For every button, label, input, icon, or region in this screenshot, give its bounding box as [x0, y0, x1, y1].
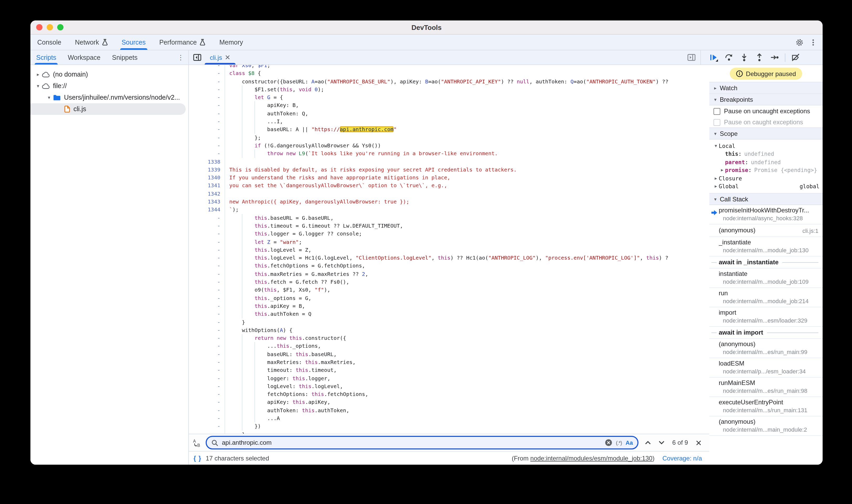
gutter-dash[interactable]: -: [189, 366, 225, 375]
gutter-dash[interactable]: -: [189, 262, 225, 270]
code-line[interactable]: -if (!G.dangerouslyAllowBrowser && Ys0()…: [189, 142, 709, 150]
gutter-dash[interactable]: -: [189, 126, 225, 134]
breakpoints-section-header[interactable]: ▾ Breakpoints: [709, 94, 823, 105]
code-line[interactable]: -maxRetries: this.maxRetries,: [189, 358, 709, 366]
call-stack-frame[interactable]: importnode:internal/m...esm/loader:329: [709, 307, 823, 327]
code-line[interactable]: 1341you can set the \`dangerouslyAllowBr…: [189, 182, 709, 190]
code-line[interactable]: -this.logLevel = Z,: [189, 246, 709, 254]
code-line[interactable]: -};: [189, 133, 709, 142]
scope-row-closure[interactable]: ▸Closure: [709, 174, 823, 182]
code-line[interactable]: 1340If you understand the risks and have…: [189, 174, 709, 182]
tree-right-arrow-icon[interactable]: ▸: [35, 72, 41, 77]
call-stack-frame[interactable]: runnode:internal/m...module_job:214: [709, 288, 823, 307]
gutter-line-number[interactable]: 1341: [189, 182, 225, 190]
code-line[interactable]: -withOptions(A) {: [189, 326, 709, 334]
scope-row-global[interactable]: ▸Globalglobal: [709, 182, 823, 191]
next-match-icon[interactable]: [659, 440, 665, 445]
gutter-dash[interactable]: -: [189, 294, 225, 302]
gutter-dash[interactable]: -: [189, 65, 225, 70]
call-stack-frame[interactable]: executeUserEntryPointnode:internal/m...s…: [709, 397, 823, 416]
tree-down-arrow-icon[interactable]: ▾: [46, 95, 52, 100]
scope-right-arrow-icon[interactable]: ▸: [713, 176, 719, 181]
call-stack-frame[interactable]: promiseInitHookWithDestroyTr...node:inte…: [709, 205, 823, 224]
tree-item-file-[interactable]: ▾file://: [31, 80, 186, 92]
gutter-dash[interactable]: -: [189, 133, 225, 142]
scope-row-parent[interactable]: parent:undefined: [709, 158, 823, 166]
gutter-dash[interactable]: -: [189, 246, 225, 254]
more-options-kebab-icon[interactable]: [809, 38, 817, 47]
coverage-link[interactable]: Coverage: n/a: [662, 454, 702, 462]
gutter-dash[interactable]: -: [189, 398, 225, 407]
gutter-dash[interactable]: -: [189, 222, 225, 230]
code-line[interactable]: -fetchOptions: this.fetchOptions,: [189, 390, 709, 398]
gutter-dash[interactable]: -: [189, 93, 225, 102]
gutter-dash[interactable]: -: [189, 230, 225, 238]
tab-network[interactable]: Network: [68, 35, 115, 50]
gutter-dash[interactable]: -: [189, 318, 225, 326]
tab-memory[interactable]: Memory: [212, 35, 250, 50]
code-line[interactable]: -logger: this.logger,: [189, 374, 709, 382]
tree-item-cli-js[interactable]: cli.js: [31, 103, 186, 115]
scope-row-local[interactable]: ▾Local: [709, 142, 823, 150]
pretty-print-icon[interactable]: { }: [194, 455, 201, 461]
call-stack-frame[interactable]: (anonymous)cli.js:1: [709, 224, 823, 237]
navigator-tab-workspace[interactable]: Workspace: [62, 50, 106, 65]
code-line[interactable]: -authToken: Q,: [189, 110, 709, 118]
gutter-dash[interactable]: -: [189, 414, 225, 422]
code-line[interactable]: -timeout: this.timeout,: [189, 366, 709, 375]
navigator-tab-snippets[interactable]: Snippets: [106, 50, 143, 65]
checkbox[interactable]: [713, 119, 720, 126]
previous-match-icon[interactable]: [645, 440, 651, 445]
code-line[interactable]: -$F1.set(this, void 0);: [189, 86, 709, 94]
regex-toggle[interactable]: (.*): [616, 440, 622, 446]
gutter-dash[interactable]: -: [189, 302, 225, 310]
gutter-dash[interactable]: -: [189, 407, 225, 415]
code-line[interactable]: -constructor({baseURL: A=ao("ANTHROPIC_B…: [189, 77, 709, 86]
gutter-dash[interactable]: -: [189, 102, 225, 110]
gutter-dash[interactable]: -: [189, 342, 225, 350]
settings-gear-icon[interactable]: [795, 38, 804, 47]
navigator-tab-scripts[interactable]: Scripts: [31, 50, 62, 65]
gutter-dash[interactable]: -: [189, 110, 225, 118]
code-line[interactable]: 1344`);: [189, 206, 709, 214]
code-line[interactable]: 1338: [189, 158, 709, 166]
close-window-button[interactable]: [36, 24, 42, 31]
maximize-window-button[interactable]: [57, 24, 64, 31]
scope-section-header[interactable]: ▾ Scope: [709, 127, 823, 140]
tree-down-arrow-icon[interactable]: ▾: [35, 84, 41, 89]
minimize-window-button[interactable]: [47, 24, 53, 31]
call-stack-frame[interactable]: loadESMnode:internal/p.../esm_loader:34: [709, 358, 823, 378]
code-line[interactable]: -return new this.constructor({: [189, 334, 709, 342]
tab-console[interactable]: Console: [31, 35, 68, 50]
code-line[interactable]: -o9(this, $F1, Xs0, "f"),: [189, 286, 709, 294]
watch-section-header[interactable]: ▸ Watch: [709, 82, 823, 94]
code-line[interactable]: -this.logLevel = Hc1(G.logLevel, "Client…: [189, 254, 709, 262]
gutter-dash[interactable]: -: [189, 86, 225, 94]
gutter-dash[interactable]: -: [189, 278, 225, 286]
code-line[interactable]: 1339This is disabled by default, as it r…: [189, 166, 709, 174]
gutter-dash[interactable]: -: [189, 142, 225, 150]
code-line[interactable]: -class $8 {: [189, 70, 709, 78]
code-line[interactable]: -...I,: [189, 118, 709, 126]
code-line[interactable]: -this.logger = G.logger ?? console;: [189, 230, 709, 238]
show-right-panel-icon[interactable]: [687, 54, 696, 61]
tab-performance[interactable]: Performance: [153, 35, 212, 50]
gutter-dash[interactable]: -: [189, 374, 225, 382]
scope-row-promise[interactable]: ▸promise:Promise {<pending>}: [709, 166, 823, 174]
code-line[interactable]: -this.authToken = Q: [189, 310, 709, 318]
code-line[interactable]: 1342: [189, 190, 709, 198]
code-line[interactable]: -let Z = "warn";: [189, 238, 709, 246]
call-stack-frame[interactable]: runMainESMnode:internal/m...es/run_main:…: [709, 378, 823, 397]
code-line[interactable]: -...this._options,: [189, 342, 709, 350]
gutter-dash[interactable]: -: [189, 382, 225, 391]
gutter-line-number[interactable]: 1338: [189, 158, 225, 166]
gutter-line-number[interactable]: 1342: [189, 190, 225, 198]
gutter-line-number[interactable]: 1344: [189, 206, 225, 214]
scope-right-arrow-icon[interactable]: ▸: [713, 184, 719, 189]
gutter-dash[interactable]: -: [189, 422, 225, 431]
call-stack-frame[interactable]: (anonymous)node:internal/m...main_module…: [709, 416, 823, 436]
gutter-dash[interactable]: -: [189, 390, 225, 398]
clear-search-icon[interactable]: [605, 439, 612, 446]
gutter-dash[interactable]: -: [189, 214, 225, 222]
step-out-icon[interactable]: [755, 53, 764, 62]
